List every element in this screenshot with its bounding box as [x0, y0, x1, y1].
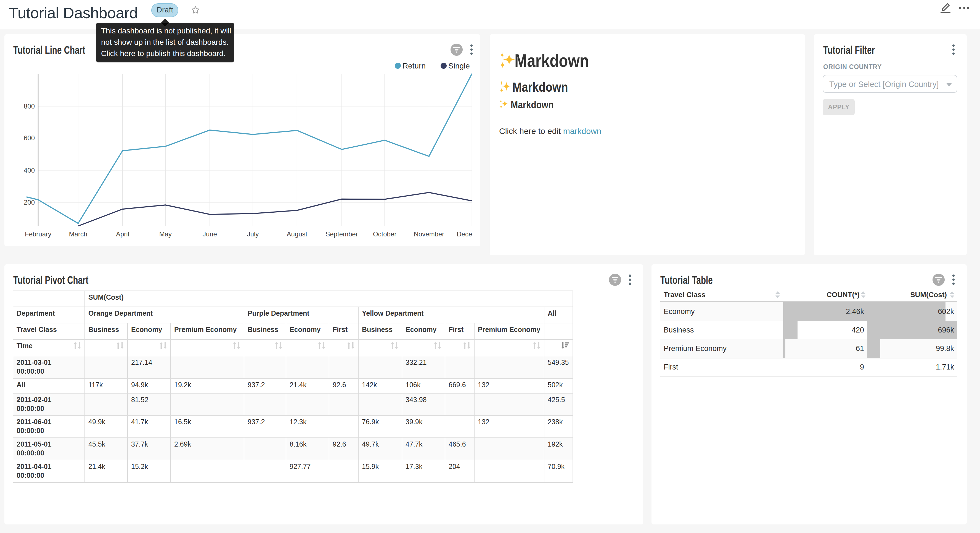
svg-text:200: 200	[24, 199, 35, 206]
svg-text:July: July	[247, 230, 259, 238]
svg-text:400: 400	[24, 166, 35, 174]
svg-text:600: 600	[24, 134, 35, 142]
svg-text:August: August	[286, 230, 307, 238]
svg-text:March: March	[69, 230, 88, 238]
svg-text:December: December	[457, 230, 472, 238]
svg-text:November: November	[414, 230, 444, 238]
svg-text:September: September	[326, 230, 358, 238]
svg-text:800: 800	[24, 102, 35, 110]
svg-text:October: October	[373, 230, 396, 238]
svg-text:April: April	[116, 230, 129, 238]
svg-text:June: June	[203, 230, 217, 238]
svg-text:May: May	[159, 230, 172, 238]
svg-text:Single: Single	[448, 62, 470, 70]
svg-text:Return: Return	[402, 62, 426, 70]
svg-text:February: February	[25, 230, 51, 238]
